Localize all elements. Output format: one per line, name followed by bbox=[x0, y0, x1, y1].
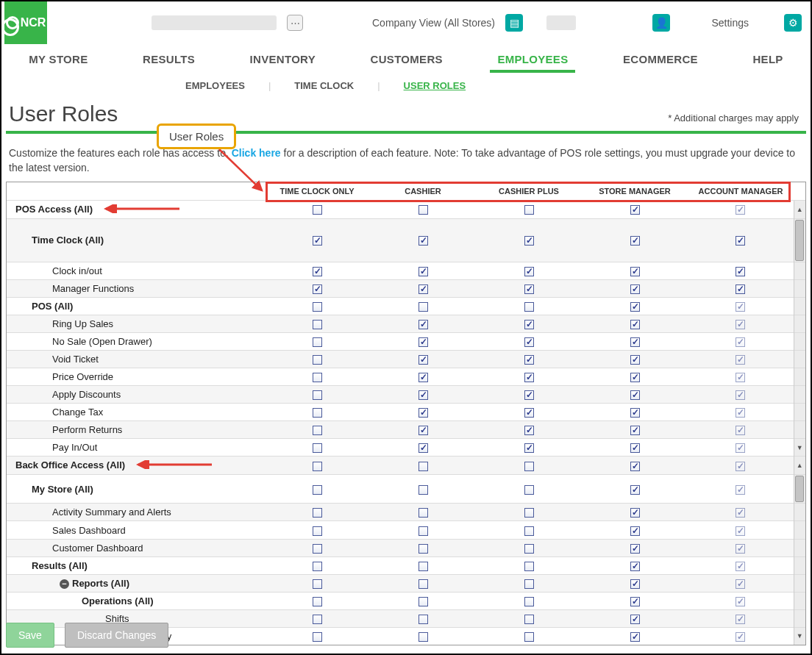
checkbox[interactable] bbox=[419, 390, 428, 400]
checkbox[interactable] bbox=[419, 205, 428, 215]
checkbox[interactable] bbox=[524, 526, 534, 536]
checkbox[interactable] bbox=[313, 508, 322, 518]
checkbox[interactable] bbox=[313, 579, 322, 589]
checkbox[interactable] bbox=[313, 485, 322, 495]
checkbox[interactable] bbox=[313, 284, 322, 294]
checkbox[interactable] bbox=[524, 544, 534, 554]
checkbox[interactable] bbox=[419, 562, 428, 571]
scroll-up-icon[interactable]: ▲ bbox=[794, 206, 806, 213]
checkbox[interactable] bbox=[630, 337, 640, 347]
checkbox[interactable] bbox=[313, 443, 322, 453]
checkbox[interactable] bbox=[419, 508, 428, 518]
checkbox[interactable] bbox=[313, 526, 322, 536]
checkbox[interactable] bbox=[630, 597, 640, 606]
checkbox[interactable] bbox=[419, 320, 428, 329]
checkbox[interactable] bbox=[524, 373, 534, 382]
checkbox[interactable] bbox=[419, 337, 428, 347]
checkbox[interactable] bbox=[419, 579, 428, 589]
checkbox[interactable] bbox=[630, 462, 640, 471]
checkbox[interactable] bbox=[524, 485, 534, 495]
checkbox[interactable] bbox=[524, 320, 534, 329]
subnav-employees[interactable]: EMPLOYEES bbox=[185, 80, 245, 91]
store-icon[interactable]: ▤ bbox=[505, 14, 523, 32]
subnav-time-clock[interactable]: TIME CLOCK bbox=[294, 80, 354, 91]
checkbox[interactable] bbox=[630, 205, 640, 215]
checkbox[interactable] bbox=[524, 205, 534, 215]
save-button[interactable]: Save bbox=[6, 623, 54, 648]
checkbox[interactable] bbox=[419, 443, 428, 453]
checkbox[interactable] bbox=[313, 236, 322, 246]
checkbox[interactable] bbox=[524, 462, 534, 471]
checkbox[interactable] bbox=[313, 426, 322, 435]
settings-link[interactable]: Settings bbox=[711, 17, 749, 29]
checkbox[interactable] bbox=[419, 373, 428, 382]
mainnav-employees[interactable]: EMPLOYEES bbox=[490, 49, 575, 73]
checkbox[interactable] bbox=[313, 373, 322, 382]
checkbox[interactable] bbox=[313, 597, 322, 606]
checkbox[interactable] bbox=[524, 508, 534, 518]
checkbox[interactable] bbox=[419, 267, 428, 276]
checkbox[interactable] bbox=[419, 462, 428, 471]
scroll-down-icon[interactable]: ▼ bbox=[794, 444, 806, 451]
checkbox[interactable] bbox=[630, 236, 640, 246]
checkbox[interactable] bbox=[630, 526, 640, 536]
checkbox[interactable] bbox=[313, 320, 322, 329]
checkbox[interactable] bbox=[313, 205, 322, 215]
company-view-label[interactable]: Company View (All Stores) bbox=[372, 17, 495, 29]
discard-button[interactable]: Discard Changes bbox=[65, 623, 168, 648]
checkbox[interactable] bbox=[630, 408, 640, 418]
checkbox[interactable] bbox=[313, 337, 322, 347]
dropdown-button[interactable]: ⋯ bbox=[287, 15, 303, 31]
checkbox[interactable] bbox=[630, 579, 640, 589]
checkbox[interactable] bbox=[630, 355, 640, 365]
mainnav-ecommerce[interactable]: ECOMMERCE bbox=[616, 49, 705, 73]
checkbox[interactable] bbox=[524, 355, 534, 365]
gear-icon[interactable]: ⚙ bbox=[784, 14, 802, 32]
checkbox[interactable] bbox=[524, 337, 534, 347]
checkbox[interactable] bbox=[313, 302, 322, 312]
checkbox[interactable] bbox=[524, 562, 534, 571]
checkbox[interactable] bbox=[313, 544, 322, 554]
checkbox[interactable] bbox=[524, 597, 534, 606]
checkbox[interactable] bbox=[736, 236, 745, 246]
checkbox[interactable] bbox=[313, 408, 322, 418]
checkbox[interactable] bbox=[524, 390, 534, 400]
subnav-user-roles[interactable]: USER ROLES bbox=[404, 80, 466, 91]
checkbox[interactable] bbox=[419, 426, 428, 435]
scroll-thumb[interactable] bbox=[795, 476, 804, 502]
checkbox[interactable] bbox=[524, 426, 534, 435]
checkbox[interactable] bbox=[524, 284, 534, 294]
checkbox[interactable] bbox=[630, 508, 640, 518]
collapse-icon[interactable]: − bbox=[60, 579, 69, 589]
checkbox[interactable] bbox=[419, 302, 428, 312]
checkbox[interactable] bbox=[736, 284, 745, 294]
checkbox[interactable] bbox=[524, 267, 534, 276]
desc-link[interactable]: Click here bbox=[232, 147, 281, 159]
checkbox[interactable] bbox=[313, 462, 322, 471]
checkbox[interactable] bbox=[630, 320, 640, 329]
checkbox[interactable] bbox=[313, 355, 322, 365]
mainnav-customers[interactable]: CUSTOMERS bbox=[363, 49, 450, 73]
checkbox[interactable] bbox=[313, 390, 322, 400]
checkbox[interactable] bbox=[630, 426, 640, 435]
checkbox[interactable] bbox=[419, 526, 428, 536]
mainnav-my-store[interactable]: MY STORE bbox=[21, 49, 95, 73]
checkbox[interactable] bbox=[524, 408, 534, 418]
user-icon[interactable]: 👤 bbox=[652, 14, 670, 32]
checkbox[interactable] bbox=[630, 284, 640, 294]
checkbox[interactable] bbox=[313, 562, 322, 571]
mainnav-help[interactable]: HELP bbox=[745, 49, 790, 73]
checkbox[interactable] bbox=[524, 236, 534, 246]
checkbox[interactable] bbox=[313, 267, 322, 276]
checkbox[interactable] bbox=[419, 236, 428, 246]
checkbox[interactable] bbox=[524, 302, 534, 312]
checkbox[interactable] bbox=[419, 544, 428, 554]
checkbox[interactable] bbox=[419, 408, 428, 418]
checkbox[interactable] bbox=[419, 284, 428, 294]
checkbox[interactable] bbox=[524, 443, 534, 453]
checkbox[interactable] bbox=[630, 390, 640, 400]
mainnav-results[interactable]: RESULTS bbox=[135, 49, 202, 73]
checkbox[interactable] bbox=[419, 485, 428, 495]
checkbox[interactable] bbox=[736, 267, 745, 276]
checkbox[interactable] bbox=[630, 544, 640, 554]
